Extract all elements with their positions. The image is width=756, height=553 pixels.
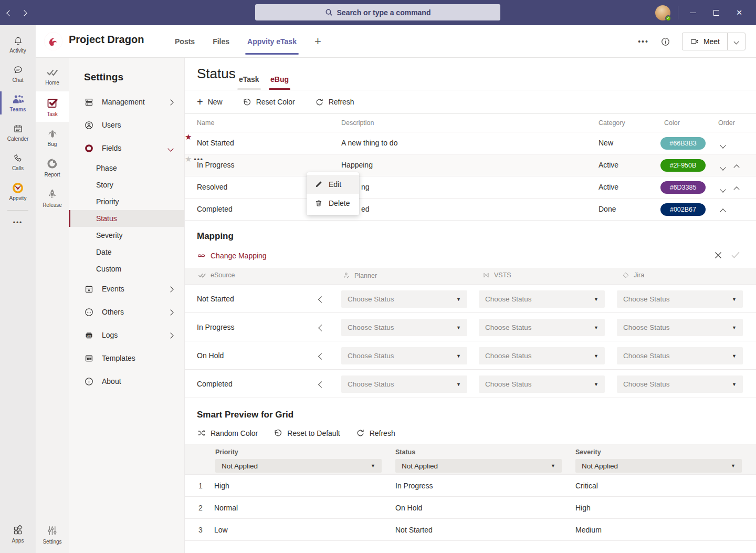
- settings-item-others[interactable]: Others: [69, 300, 184, 324]
- severity-filter-select[interactable]: Not Applied▼: [575, 459, 742, 473]
- sidebar-item-activity[interactable]: Activity: [0, 29, 36, 59]
- context-menu-edit[interactable]: Edit: [307, 175, 359, 194]
- move-down-button[interactable]: [721, 185, 725, 193]
- status-row-completed[interactable]: Completed ed Done #002B67: [185, 199, 756, 221]
- settings-subitem-priority[interactable]: Priority: [69, 193, 184, 210]
- status-row-not-started[interactable]: Not Started ★ A new thing to do New #66B…: [185, 132, 756, 154]
- new-button[interactable]: + New: [197, 98, 223, 106]
- settings-item-events[interactable]: Events: [69, 277, 184, 300]
- reset-to-default-button[interactable]: Reset to Default: [274, 429, 340, 437]
- vsts-status-select[interactable]: Choose Status▼: [479, 375, 605, 393]
- refresh-button[interactable]: Refresh: [315, 98, 354, 107]
- move-down-button[interactable]: [721, 163, 725, 171]
- close-button[interactable]: ×: [728, 0, 751, 25]
- settings-subitem-date[interactable]: Date: [69, 244, 184, 260]
- vsts-status-select[interactable]: Choose Status▼: [479, 347, 605, 364]
- sidebar-item-appvity[interactable]: Appvity: [0, 176, 36, 206]
- app-rail: Activity Chat Teams Calender Calls Appvi…: [0, 25, 36, 553]
- color-pill[interactable]: #2F950B: [660, 159, 706, 172]
- module-item-task[interactable]: Task: [36, 91, 69, 122]
- status-filter-select[interactable]: Not Applied▼: [395, 459, 562, 473]
- jira-status-select[interactable]: Choose Status▼: [617, 290, 743, 308]
- channel-more-options-button[interactable]: •••: [638, 37, 649, 46]
- module-item-home[interactable]: Home: [36, 61, 69, 91]
- settings-item-logs[interactable]: LOG Logs: [69, 324, 184, 347]
- context-menu-delete[interactable]: Delete: [307, 194, 359, 213]
- forward-button[interactable]: [22, 8, 26, 17]
- change-mapping-link[interactable]: Change Mapping: [197, 251, 267, 260]
- jira-status-select[interactable]: Choose Status▼: [617, 347, 743, 364]
- priority-filter-select[interactable]: Not Applied▼: [215, 459, 382, 473]
- settings-subitem-status[interactable]: Status: [69, 210, 184, 227]
- minimize-button[interactable]: [681, 0, 705, 25]
- maximize-button[interactable]: [705, 0, 728, 25]
- collapse-chevron-icon[interactable]: [319, 352, 324, 360]
- move-down-button[interactable]: [721, 141, 725, 149]
- sidebar-item-chat[interactable]: Chat: [0, 59, 36, 88]
- settings-item-management[interactable]: Management: [69, 90, 184, 113]
- sidebar-item-calendar[interactable]: Calender: [0, 118, 36, 147]
- sidebar-item-teams[interactable]: Teams: [0, 88, 36, 118]
- smart-preview-grid-header: Priority Status Severity Not Applied▼ No…: [185, 444, 756, 475]
- status-row-in-progress[interactable]: In Progress ★ ••• Happeing Active #2F950…: [185, 154, 756, 176]
- meet-dropdown-button[interactable]: [727, 33, 745, 50]
- tab-posts[interactable]: Posts: [175, 25, 195, 58]
- random-color-button[interactable]: Random Color: [197, 429, 258, 437]
- move-up-button[interactable]: [721, 207, 725, 215]
- module-item-bug[interactable]: Bug: [36, 122, 69, 152]
- add-tab-button[interactable]: +: [314, 35, 321, 48]
- vsts-status-select[interactable]: Choose Status▼: [479, 319, 605, 336]
- caret-down-icon: ▼: [732, 297, 737, 302]
- star-filled-icon[interactable]: ★: [185, 132, 192, 141]
- module-item-settings[interactable]: Settings: [36, 519, 69, 550]
- collapse-chevron-icon[interactable]: [319, 324, 324, 332]
- planner-status-select[interactable]: Choose Status▼: [341, 319, 467, 336]
- back-button[interactable]: [7, 8, 12, 17]
- jira-status-select[interactable]: Choose Status▼: [617, 375, 743, 393]
- more-apps-button[interactable]: •••: [0, 215, 36, 231]
- reset-color-button[interactable]: Reset Color: [243, 98, 295, 107]
- settings-item-about[interactable]: About: [69, 370, 184, 393]
- user-avatar[interactable]: ✓: [655, 5, 670, 20]
- planner-status-select[interactable]: Choose Status▼: [341, 347, 467, 364]
- move-up-button[interactable]: [734, 185, 739, 193]
- color-pill[interactable]: #6D3385: [660, 181, 706, 194]
- module-item-report[interactable]: Report: [36, 152, 69, 183]
- collapse-chevron-icon[interactable]: [319, 295, 324, 304]
- collapse-chevron-icon[interactable]: [319, 380, 324, 389]
- cancel-mapping-button[interactable]: [714, 251, 722, 259]
- sidebar-item-apps[interactable]: Apps: [0, 519, 36, 549]
- confirm-mapping-button[interactable]: [731, 251, 740, 259]
- vsts-status-select[interactable]: Choose Status▼: [479, 290, 605, 308]
- team-logo[interactable]: [44, 32, 62, 50]
- planner-status-select[interactable]: Choose Status▼: [341, 290, 467, 308]
- settings-item-templates[interactable]: Templates: [69, 347, 184, 370]
- task-checkbox-icon: [46, 97, 59, 109]
- refresh-button[interactable]: Refresh: [356, 429, 395, 437]
- tab-ebug[interactable]: eBug: [270, 69, 289, 90]
- status-row-resolved[interactable]: Resolved ng Active #6D3385: [185, 176, 756, 199]
- settings-item-fields[interactable]: Fields: [69, 137, 184, 160]
- info-icon[interactable]: [660, 37, 670, 47]
- color-pill[interactable]: #66B3B3: [660, 137, 706, 150]
- rail-divider: [7, 210, 28, 211]
- refresh-icon: [356, 429, 365, 437]
- star-outline-icon[interactable]: ★: [185, 154, 192, 163]
- color-pill[interactable]: #002B67: [660, 203, 706, 216]
- sidebar-item-calls[interactable]: Calls: [0, 147, 36, 176]
- search-input[interactable]: Search or type a command: [255, 4, 500, 20]
- settings-subitem-story[interactable]: Story: [69, 176, 184, 193]
- tab-appvity-etask[interactable]: Appvity eTask: [247, 25, 297, 58]
- planner-status-select[interactable]: Choose Status▼: [341, 375, 467, 393]
- settings-subitem-custom[interactable]: Custom: [69, 260, 184, 277]
- tab-files[interactable]: Files: [213, 25, 229, 58]
- settings-subitem-severity[interactable]: Severity: [69, 227, 184, 244]
- settings-item-users[interactable]: Users: [69, 113, 184, 137]
- move-up-button[interactable]: [734, 163, 739, 171]
- tab-etask[interactable]: eTask: [239, 69, 259, 90]
- settings-subitem-phase[interactable]: Phase: [69, 160, 184, 176]
- caret-down-icon: ▼: [594, 353, 598, 359]
- jira-status-select[interactable]: Choose Status▼: [617, 319, 743, 336]
- meet-button[interactable]: Meet: [682, 33, 727, 50]
- module-item-release[interactable]: Release: [36, 183, 69, 213]
